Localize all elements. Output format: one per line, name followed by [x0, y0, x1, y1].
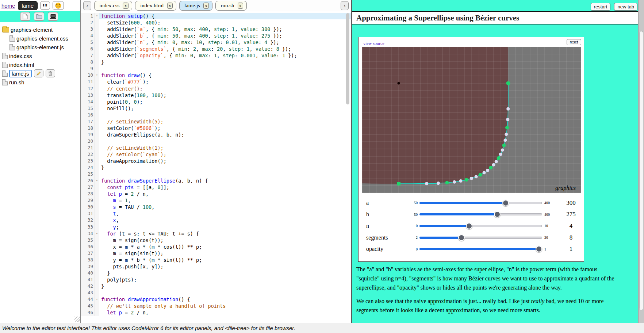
- code-line[interactable]: 16: [81, 112, 351, 118]
- code-line[interactable]: 37 m = sign(sin(t));: [81, 250, 351, 257]
- view-source-link[interactable]: view source: [363, 41, 384, 46]
- code-line[interactable]: 1▾function setup() {: [81, 13, 351, 19]
- terminal-button[interactable]: [48, 12, 58, 21]
- tab-index.css[interactable]: index.cssx: [94, 1, 132, 11]
- tabs-scroll-left-button[interactable]: ‹: [83, 1, 91, 10]
- graphics-canvas[interactable]: [362, 47, 581, 193]
- slider-b[interactable]: [419, 211, 542, 218]
- code-line[interactable]: 21 // setLineWidth(1);: [81, 145, 351, 151]
- fold-arrow-icon[interactable]: ▾: [95, 177, 99, 184]
- code-line[interactable]: 15 noFill();: [81, 105, 351, 112]
- fold-arrow-icon[interactable]: ▾: [95, 13, 99, 19]
- slider-thumb[interactable]: [458, 234, 465, 241]
- code-line[interactable]: 22 // setColor(`cyan`);: [81, 151, 351, 158]
- code-line[interactable]: 5 addSlider(`n`, { min: 0, max: 10, step…: [81, 39, 351, 46]
- code-line[interactable]: 26▾function drawSuperEllipse(a, b, n) {: [81, 177, 351, 184]
- code-line[interactable]: 32 x,: [81, 217, 351, 223]
- tree-item-index.css[interactable]: index.css: [2, 51, 80, 60]
- tree-item-lame.js[interactable]: lame.js: [2, 69, 80, 78]
- sidebar-resize-grip[interactable]: [74, 317, 80, 322]
- code-line[interactable]: 19 drawSuperEllipse(a, b, n);: [81, 131, 351, 138]
- tabs-scroll-right-button[interactable]: ›: [341, 1, 349, 10]
- code-line[interactable]: 24 }: [81, 164, 351, 171]
- code-line[interactable]: 17 // setLineWidth(5);: [81, 118, 351, 125]
- fold-gutter: [95, 303, 99, 309]
- fold-arrow-icon[interactable]: ▾: [95, 296, 99, 303]
- slider-thumb[interactable]: [536, 246, 542, 252]
- code-line[interactable]: 39 pts.push([x, y]);: [81, 263, 351, 270]
- tab-run.sh[interactable]: run.shx: [215, 1, 247, 11]
- code-line[interactable]: 6 addSlider(`segments`, { min: 2, max: 2…: [81, 46, 351, 52]
- code-line[interactable]: 2 setSize(600, 400);: [81, 19, 351, 26]
- tree-item-graphics-element.js[interactable]: graphics-element.js: [2, 43, 80, 51]
- home-link[interactable]: home: [1, 3, 15, 9]
- code-line[interactable]: 34▾ for (t = s; t <= TAU; t += s) {: [81, 230, 351, 237]
- code-line[interactable]: 9: [81, 65, 351, 72]
- code-editor[interactable]: 1▾function setup() {2 setSize(600, 400);…: [81, 11, 351, 316]
- reset-button[interactable]: reset: [567, 39, 581, 45]
- code-line[interactable]: 42 }: [81, 283, 351, 290]
- code-line[interactable]: 45 // we'll sample only a handful of poi…: [81, 303, 351, 309]
- emoji-button[interactable]: [53, 1, 64, 10]
- code-line[interactable]: 8 }: [81, 59, 351, 65]
- code-line[interactable]: 41 poly(pts);: [81, 276, 351, 283]
- code-line[interactable]: 14 point(0, 0);: [81, 99, 351, 105]
- code-line[interactable]: 33 y;: [81, 224, 351, 230]
- code-line[interactable]: 20: [81, 138, 351, 145]
- slider-thumb[interactable]: [494, 211, 501, 218]
- code-line[interactable]: 46 let p = 2 / n,: [81, 309, 351, 316]
- new-folder-button[interactable]: [34, 12, 44, 21]
- fold-arrow-icon[interactable]: ▾: [95, 230, 99, 237]
- code-line[interactable]: 31 t,: [81, 210, 351, 217]
- code-line[interactable]: 35 m = sign(cos(t));: [81, 237, 351, 244]
- tab-close-button[interactable]: x: [203, 3, 209, 9]
- code-line[interactable]: 28 let p = 2 / n,: [81, 191, 351, 197]
- preview-scrollbar-thumb[interactable]: [639, 31, 643, 310]
- tree-item-run.sh[interactable]: run.sh: [2, 78, 80, 87]
- new-tab-button[interactable]: new tab: [614, 3, 637, 11]
- restart-button[interactable]: restart: [591, 3, 611, 11]
- code-line[interactable]: 3 addSlider(`a`, { min: 50, max: 400, st…: [81, 26, 351, 32]
- tab-close-button[interactable]: x: [238, 3, 244, 9]
- slider-segments[interactable]: [419, 234, 542, 241]
- tree-item-index.html[interactable]: index.html: [2, 60, 80, 69]
- tab-close-button[interactable]: x: [167, 3, 173, 9]
- slider-n[interactable]: [419, 223, 542, 229]
- slider-thumb[interactable]: [466, 223, 472, 229]
- fold-gutter: [95, 125, 99, 131]
- code-line[interactable]: 40 }: [81, 270, 351, 276]
- file-tree-toolbar: [0, 11, 80, 22]
- code-line[interactable]: 11 clear(`#777`);: [81, 79, 351, 85]
- project-name-button[interactable]: lame: [18, 1, 38, 10]
- rename-file-button[interactable]: [34, 69, 43, 77]
- code-line[interactable]: 4 addSlider(`b`, { min: 50, max: 400, st…: [81, 32, 351, 39]
- preview-scrollbar-track[interactable]: [638, 0, 644, 323]
- tree-item-graphics-element[interactable]: graphics-element: [2, 25, 80, 34]
- tab-lame.js[interactable]: lame.jsx: [179, 1, 212, 11]
- slider-a[interactable]: [419, 200, 542, 206]
- fold-arrow-icon[interactable]: ▾: [95, 72, 99, 79]
- code-line[interactable]: 36 x = m * a * (m * cos(t)) ** p;: [81, 244, 351, 250]
- slider-opacity[interactable]: [419, 246, 542, 252]
- editor-scrollbar-thumb[interactable]: [346, 13, 349, 104]
- tab-close-button[interactable]: x: [123, 3, 129, 9]
- code-line[interactable]: 44▾function drawApproximation() {: [81, 296, 351, 303]
- code-line[interactable]: 43: [81, 290, 351, 296]
- tab-index.html[interactable]: index.htmlx: [135, 1, 176, 11]
- slider-thumb[interactable]: [502, 200, 509, 206]
- tree-item-graphics-element.css[interactable]: graphics-element.css: [2, 34, 80, 43]
- alerts-button[interactable]: !!!: [40, 1, 50, 10]
- new-file-button[interactable]: [20, 12, 30, 21]
- code-line[interactable]: 27 const pts = [[a, 0]];: [81, 184, 351, 191]
- code-line[interactable]: 38 y = m * b * (m * sin(t)) ** p;: [81, 257, 351, 263]
- code-line[interactable]: 25: [81, 171, 351, 177]
- code-line[interactable]: 23 drawApproximation();: [81, 158, 351, 164]
- code-line[interactable]: 12 // center();: [81, 85, 351, 92]
- code-line[interactable]: 10▾function draw() {: [81, 72, 351, 79]
- code-line[interactable]: 7 addSlider(`opacity`, { min: 0, max: 1,…: [81, 52, 351, 59]
- code-line[interactable]: 30 s = TAU / 100,: [81, 204, 351, 210]
- delete-file-button[interactable]: [46, 69, 55, 77]
- code-line[interactable]: 18 setColor(`#5006`);: [81, 125, 351, 131]
- code-line[interactable]: 29 m = 1,: [81, 197, 351, 204]
- code-line[interactable]: 13 translate(100, 100);: [81, 92, 351, 99]
